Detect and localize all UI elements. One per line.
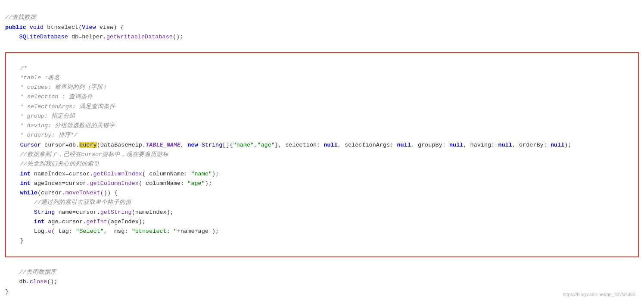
db-line: SQLiteDatabase db=helper.getWritableData… [5,34,183,40]
code-block: //查找数据 public void btnselect(View view) … [5,3,639,51]
code-container: //查找数据 public void btnselect(View view) … [0,0,644,303]
highlighted-code-section: /* *table :表名 * colums: 被查询的列（字段） * sele… [5,52,639,257]
comment-table: *table :表名 [6,75,60,81]
comment-orderby: * orderby: 排序*/ [6,132,78,138]
highlighted-inner: /* *table :表名 * colums: 被查询的列（字段） * sele… [6,54,638,256]
comment-cell-value: //通过列的索引去获取单个格子的值 [6,199,131,206]
while-line: while(cursor.moveToNext()) { [6,190,118,196]
method-close-brace: } [5,288,9,295]
code-block-footer: //关闭数据库 db.close(); } [5,258,639,303]
db-close-line: db.close(); [5,278,58,285]
cursor-line: Cursor cursor=db.query(DataBaseHelp.TABL… [6,142,572,148]
age-index-line: int ageIndex=cursor.getColumnIndex( colu… [6,180,212,187]
comment-having: * having: 分组筛选数据的关键字 [6,122,115,129]
name-index-line: int nameIndex=cursor.getColumnIndex( col… [6,171,219,177]
comment-colums: * colums: 被查询的列（字段） [6,84,109,91]
log-line: Log.e( tag: "Select", msg: "btnselect: "… [6,228,219,234]
comment-find: //查找数据 [5,14,36,21]
footer-url: https://blog.csdn.net/qq_42751395 [563,291,635,299]
comment-selection: * selection : 查询条件 [6,94,93,100]
comment-data1: //数据拿到了，已经在cursor游标中，现在要遍历游标 [6,151,168,158]
get-string-line: String name=cursor.getString(nameIndex); [6,209,174,216]
get-int-line: int age=cursor.getInt(ageIndex); [6,219,146,225]
method-sig: public void btnselect(View view) { [5,24,124,31]
comment-block-start: /* [6,65,27,72]
while-close-brace: } [6,237,24,244]
comment-group: * group: 指定分组 [6,113,75,119]
comment-close-db: //关闭数据库 [5,269,56,275]
comment-selection-args: * selectionArgs: 满足查询条件 [6,103,115,110]
comment-data2: //先拿到我们关心的列的索引 [6,161,100,167]
